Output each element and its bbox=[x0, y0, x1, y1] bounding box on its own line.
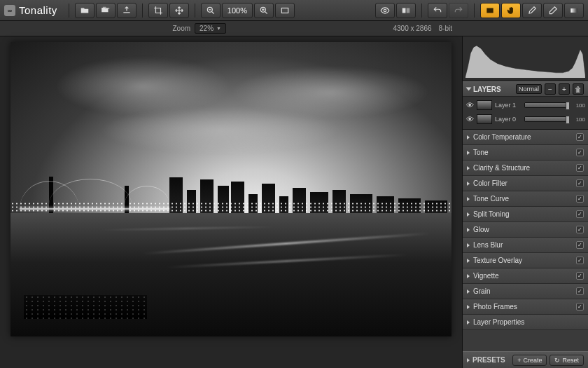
adjustment-toggle[interactable]: ✓ bbox=[576, 195, 584, 203]
svg-rect-2 bbox=[281, 8, 288, 13]
caret-right-icon bbox=[467, 166, 470, 170]
adjustment-name: Grain bbox=[473, 287, 573, 295]
adjustment-row[interactable]: Glow✓ bbox=[463, 222, 588, 238]
pan-hand-button[interactable] bbox=[501, 3, 521, 18]
adjustment-name: Layer Properties bbox=[473, 318, 584, 326]
zoom-out-button[interactable] bbox=[201, 3, 220, 18]
adjustment-row[interactable]: Grain✓ bbox=[463, 284, 588, 299]
svg-rect-4 bbox=[402, 8, 406, 13]
caret-right-icon bbox=[467, 274, 470, 278]
adjustment-name: Clarity & Structure bbox=[473, 164, 573, 172]
app-name: Tonality bbox=[19, 4, 57, 16]
info-bar: Zoom 22% ▼ 4300 x 2866 8-bit bbox=[0, 21, 588, 36]
layer-menu-button[interactable]: − bbox=[545, 83, 556, 95]
adjustment-toggle[interactable]: ✓ bbox=[576, 149, 584, 156]
adjustment-name: Vignette bbox=[473, 272, 573, 280]
caret-right-icon bbox=[467, 197, 470, 201]
caret-right-icon bbox=[467, 151, 470, 155]
layer-row[interactable]: 👁 Layer 0 100 bbox=[465, 113, 585, 125]
bit-depth: 8-bit bbox=[439, 25, 452, 32]
adjustment-name: Tone Curve bbox=[473, 195, 573, 203]
brush-button[interactable] bbox=[522, 3, 542, 18]
open-button[interactable] bbox=[75, 3, 94, 18]
export-button[interactable] bbox=[117, 3, 136, 18]
adjustment-toggle[interactable]: ✓ bbox=[576, 133, 584, 141]
layer-thumbnail[interactable] bbox=[477, 100, 492, 110]
caret-right-icon bbox=[467, 212, 470, 217]
opacity-slider[interactable] bbox=[524, 102, 570, 108]
adjustment-row[interactable]: Color Temperature✓ bbox=[463, 130, 588, 145]
adjustment-row[interactable]: Clarity & Structure✓ bbox=[463, 161, 588, 176]
move-button[interactable] bbox=[169, 3, 189, 18]
adjustment-toggle[interactable]: ✓ bbox=[576, 179, 584, 187]
opacity-slider[interactable] bbox=[524, 116, 570, 122]
adjustment-name: Lens Blur bbox=[473, 241, 573, 249]
caret-right-icon bbox=[467, 289, 470, 294]
crop-button[interactable] bbox=[148, 3, 168, 18]
caret-right-icon bbox=[467, 259, 470, 263]
adjustment-row[interactable]: Color Filter✓ bbox=[463, 176, 588, 191]
adjustment-row[interactable]: Vignette✓ bbox=[463, 268, 588, 284]
caret-right-icon bbox=[467, 320, 470, 325]
adjustment-name: Texture Overlay bbox=[473, 257, 573, 264]
svg-rect-8 bbox=[570, 8, 577, 13]
adjustment-toggle[interactable]: ✓ bbox=[576, 303, 584, 311]
adjustments-list: Color Temperature✓Tone✓Clarity & Structu… bbox=[463, 130, 588, 351]
adjustment-row[interactable]: Tone✓ bbox=[463, 145, 588, 161]
add-layer-button[interactable]: + bbox=[559, 83, 570, 95]
blend-mode-select[interactable]: Normal bbox=[516, 84, 542, 94]
app-logo: ∞ Tonality bbox=[4, 4, 57, 16]
adjustment-row[interactable]: Layer Properties bbox=[463, 315, 588, 330]
reset-preset-button[interactable]: ↻Reset bbox=[550, 355, 584, 366]
adjustment-row[interactable]: Texture Overlay✓ bbox=[463, 253, 588, 268]
zoom-in-button[interactable] bbox=[254, 3, 274, 18]
zoom-100-button[interactable]: 100% bbox=[222, 3, 253, 18]
chevron-down-icon: ▼ bbox=[216, 26, 221, 31]
adjustment-toggle[interactable]: ✓ bbox=[576, 210, 584, 218]
adjustment-toggle[interactable]: ✓ bbox=[576, 257, 584, 264]
caret-right-icon bbox=[467, 135, 470, 139]
svg-rect-5 bbox=[407, 8, 410, 13]
gradient-button[interactable] bbox=[564, 3, 584, 18]
image-canvas[interactable] bbox=[10, 42, 451, 336]
adjustment-toggle[interactable]: ✓ bbox=[576, 287, 584, 295]
adjustment-row[interactable]: Photo Frames✓ bbox=[463, 299, 588, 315]
preview-button[interactable] bbox=[375, 3, 395, 18]
eraser-button[interactable] bbox=[543, 3, 563, 18]
delete-layer-button[interactable]: 🗑 bbox=[573, 83, 584, 95]
adjustment-name: Glow bbox=[473, 226, 573, 233]
caret-down-icon bbox=[466, 88, 472, 91]
svg-rect-7 bbox=[488, 9, 491, 11]
batch-button[interactable] bbox=[96, 3, 115, 18]
adjustment-row[interactable]: Lens Blur✓ bbox=[463, 238, 588, 253]
histogram[interactable] bbox=[463, 36, 588, 81]
adjustment-name: Color Filter bbox=[473, 179, 573, 187]
layer-thumbnail[interactable] bbox=[477, 114, 492, 124]
fit-screen-button[interactable] bbox=[275, 3, 295, 18]
layers-list: 👁 Layer 1 100 👁 Layer 0 100 bbox=[463, 97, 588, 130]
adjustment-name: Photo Frames bbox=[473, 303, 573, 311]
visibility-icon[interactable]: 👁 bbox=[465, 101, 474, 109]
redo-button[interactable] bbox=[449, 3, 468, 18]
undo-button[interactable] bbox=[428, 3, 447, 18]
adjustment-toggle[interactable]: ✓ bbox=[576, 226, 584, 233]
caret-right-icon bbox=[467, 243, 470, 247]
adjustment-toggle[interactable]: ✓ bbox=[576, 272, 584, 280]
zoom-dropdown[interactable]: 22% ▼ bbox=[195, 23, 226, 34]
navigator-button[interactable] bbox=[480, 3, 500, 18]
adjustment-name: Tone bbox=[473, 149, 573, 156]
create-preset-button[interactable]: +Create bbox=[512, 355, 547, 366]
histogram-curve bbox=[465, 46, 585, 78]
visibility-icon[interactable]: 👁 bbox=[465, 115, 474, 123]
adjustment-toggle[interactable]: ✓ bbox=[576, 164, 584, 172]
layer-row[interactable]: 👁 Layer 1 100 bbox=[465, 99, 585, 111]
adjustment-toggle[interactable]: ✓ bbox=[576, 241, 584, 249]
adjustment-row[interactable]: Split Toning✓ bbox=[463, 207, 588, 222]
presets-header[interactable]: PRESETS +Create ↻Reset bbox=[463, 351, 588, 368]
adjustment-name: Color Temperature bbox=[473, 133, 573, 141]
canvas-area[interactable] bbox=[0, 36, 462, 368]
caret-right-icon bbox=[467, 305, 470, 309]
compare-button[interactable] bbox=[396, 3, 416, 18]
layers-header[interactable]: LAYERS Normal − + 🗑 bbox=[463, 81, 588, 97]
adjustment-row[interactable]: Tone Curve✓ bbox=[463, 191, 588, 207]
